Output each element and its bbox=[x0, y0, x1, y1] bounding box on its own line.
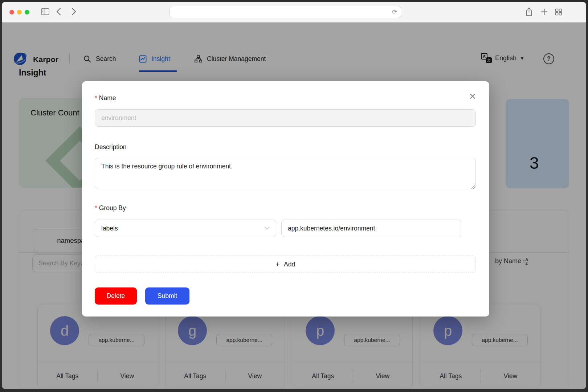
group-by-value-input[interactable] bbox=[281, 220, 461, 237]
zoom-window-button[interactable] bbox=[25, 10, 29, 15]
edit-resource-group-modal: ✕ * Name Description This is the resourc… bbox=[82, 81, 489, 317]
name-input[interactable] bbox=[95, 109, 476, 127]
browser-chrome: ⟳ bbox=[2, 2, 586, 23]
description-textarea[interactable]: This is the resource group rule of envir… bbox=[95, 158, 476, 189]
address-bar[interactable]: ⟳ bbox=[170, 6, 401, 18]
new-tab-icon[interactable] bbox=[541, 8, 548, 15]
share-icon[interactable] bbox=[526, 7, 532, 16]
refresh-icon[interactable]: ⟳ bbox=[392, 8, 397, 16]
description-field-label: Description bbox=[95, 143, 127, 151]
required-marker: * bbox=[95, 204, 97, 212]
submit-button[interactable]: Submit bbox=[145, 287, 189, 305]
browser-window: ⟳ bbox=[2, 2, 586, 389]
required-marker: * bbox=[95, 94, 97, 102]
sidebar-toggle-icon[interactable] bbox=[41, 8, 49, 15]
address-input[interactable] bbox=[174, 6, 385, 18]
close-icon[interactable]: ✕ bbox=[467, 91, 478, 102]
name-field-label: * Name bbox=[95, 94, 116, 102]
group-by-key-value: labels bbox=[101, 225, 118, 232]
close-window-button[interactable] bbox=[9, 10, 14, 15]
chevron-down-icon bbox=[264, 226, 270, 230]
tab-overview-icon[interactable] bbox=[555, 8, 562, 16]
group-by-key-select[interactable]: labels bbox=[95, 220, 276, 237]
plus-icon: + bbox=[275, 261, 280, 268]
delete-button[interactable]: Delete bbox=[95, 287, 137, 305]
minimize-window-button[interactable] bbox=[17, 10, 22, 15]
forward-button[interactable] bbox=[72, 8, 76, 16]
add-label: Add bbox=[284, 261, 295, 268]
add-rule-button[interactable]: + Add bbox=[95, 256, 476, 273]
back-button[interactable] bbox=[56, 8, 61, 16]
group-by-field-label: * Group By bbox=[95, 204, 126, 212]
